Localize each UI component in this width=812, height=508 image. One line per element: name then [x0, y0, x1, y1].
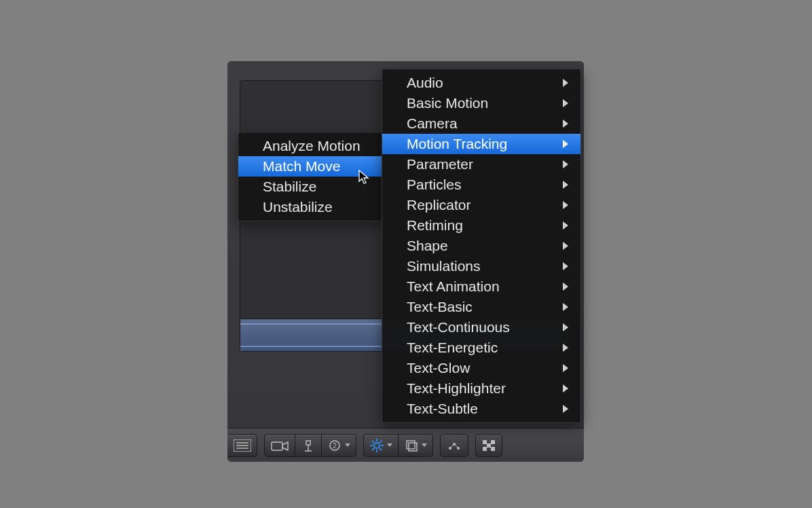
submenu-item-stabilize[interactable]: Stabilize: [238, 177, 382, 197]
svg-rect-20: [407, 441, 415, 449]
svg-point-11: [374, 443, 380, 448]
chevron-right-icon: [563, 160, 568, 168]
menu-label: Audio: [407, 75, 443, 91]
chevron-right-icon: [563, 405, 568, 413]
chevron-right-icon: [563, 79, 568, 87]
menu-label: Simulations: [407, 258, 481, 274]
svg-rect-4: [272, 442, 282, 450]
list-view-button[interactable]: [227, 434, 257, 457]
add-light-button[interactable]: [295, 434, 321, 457]
svg-rect-30: [491, 447, 495, 451]
svg-rect-27: [483, 440, 487, 444]
behaviors-button[interactable]: [363, 434, 398, 457]
make-particles-button[interactable]: [440, 434, 468, 457]
menu-item-text-glow[interactable]: Text-Glow: [382, 358, 580, 378]
menu-item-simulations[interactable]: Simulations: [382, 256, 580, 276]
menu-item-retiming[interactable]: Retiming: [382, 215, 580, 236]
bottom-toolbar: 2: [227, 428, 584, 462]
menu-label: Shape: [407, 238, 448, 254]
hud-button[interactable]: [475, 434, 502, 457]
chevron-right-icon: [563, 120, 568, 128]
chevron-right-icon: [563, 140, 568, 148]
menu-item-text-highlighter[interactable]: Text-Highlighter: [382, 378, 580, 399]
svg-rect-28: [491, 440, 495, 444]
behaviors-menu: Audio Basic Motion Camera Motion Trackin…: [382, 69, 581, 423]
chevron-right-icon: [563, 283, 568, 291]
submenu-label: Analyze Motion: [263, 138, 361, 154]
menu-item-text-animation[interactable]: Text Animation: [382, 276, 580, 297]
add-object-group: 2: [264, 434, 356, 457]
menu-item-shape[interactable]: Shape: [382, 236, 580, 256]
svg-line-17: [380, 448, 382, 450]
motion-tracking-submenu: Analyze Motion Match Move Stabilize Unst…: [238, 132, 382, 221]
chevron-right-icon: [563, 384, 568, 393]
submenu-item-analyze-motion[interactable]: Analyze Motion: [238, 136, 382, 156]
menu-label: Text-Highlighter: [407, 380, 506, 397]
menu-item-parameter[interactable]: Parameter: [382, 154, 580, 175]
menu-item-basic-motion[interactable]: Basic Motion: [382, 93, 580, 113]
menu-label: Parameter: [407, 156, 473, 173]
menu-label: Text Animation: [407, 278, 500, 295]
filters-button[interactable]: [398, 434, 433, 457]
svg-marker-5: [282, 442, 288, 450]
submenu-item-unstabilize[interactable]: Unstabilize: [238, 197, 382, 217]
menu-label: Text-Energetic: [407, 340, 498, 356]
menu-label: Text-Continuous: [407, 319, 510, 335]
chevron-right-icon: [563, 344, 568, 352]
menu-label: Text-Subtle: [407, 401, 478, 417]
menu-label: Particles: [407, 177, 462, 193]
chevron-right-icon: [563, 242, 568, 250]
chevron-right-icon: [563, 323, 568, 331]
svg-line-16: [372, 441, 374, 443]
menu-item-text-continuous[interactable]: Text-Continuous: [382, 317, 580, 338]
menu-label: Basic Motion: [407, 95, 488, 111]
library-group: [363, 434, 433, 457]
svg-rect-31: [487, 443, 491, 448]
menu-label: Text-Glow: [407, 360, 470, 376]
generator-dropdown-icon: [345, 443, 350, 447]
chevron-right-icon: [563, 303, 568, 311]
menu-item-audio[interactable]: Audio: [382, 73, 580, 93]
svg-rect-21: [409, 443, 417, 451]
menu-label: Motion Tracking: [407, 136, 507, 152]
menu-item-motion-tracking[interactable]: Motion Tracking: [382, 134, 580, 154]
svg-line-19: [380, 441, 382, 443]
add-generator-button[interactable]: 2: [321, 434, 356, 457]
chevron-right-icon: [563, 181, 568, 189]
menu-label: Retiming: [407, 217, 463, 234]
svg-rect-29: [483, 447, 487, 451]
menu-item-replicator[interactable]: Replicator: [382, 195, 580, 215]
submenu-item-match-move[interactable]: Match Move: [238, 156, 382, 177]
camera-button[interactable]: [264, 434, 295, 457]
svg-line-25: [450, 444, 454, 448]
chevron-right-icon: [563, 364, 568, 372]
svg-line-18: [372, 448, 374, 450]
chevron-right-icon: [563, 201, 568, 209]
chevron-right-icon: [563, 221, 568, 230]
chevron-right-icon: [563, 99, 568, 107]
chevron-right-icon: [563, 262, 568, 270]
svg-rect-6: [306, 441, 310, 445]
behaviors-dropdown-icon: [387, 443, 392, 447]
filters-dropdown-icon: [422, 443, 427, 447]
menu-item-text-basic[interactable]: Text-Basic: [382, 297, 580, 317]
menu-label: Text-Basic: [407, 299, 473, 315]
menu-label: Camera: [407, 115, 458, 132]
menu-item-particles[interactable]: Particles: [382, 175, 580, 195]
menu-item-text-subtle[interactable]: Text-Subtle: [382, 399, 580, 419]
svg-text:2: 2: [333, 442, 337, 450]
menu-item-text-energetic[interactable]: Text-Energetic: [382, 338, 580, 358]
submenu-label: Unstabilize: [263, 199, 333, 215]
submenu-label: Stabilize: [263, 179, 316, 195]
menu-label: Replicator: [407, 197, 471, 213]
submenu-label: Match Move: [263, 158, 340, 175]
menu-item-camera[interactable]: Camera: [382, 113, 580, 134]
svg-line-26: [454, 444, 458, 448]
